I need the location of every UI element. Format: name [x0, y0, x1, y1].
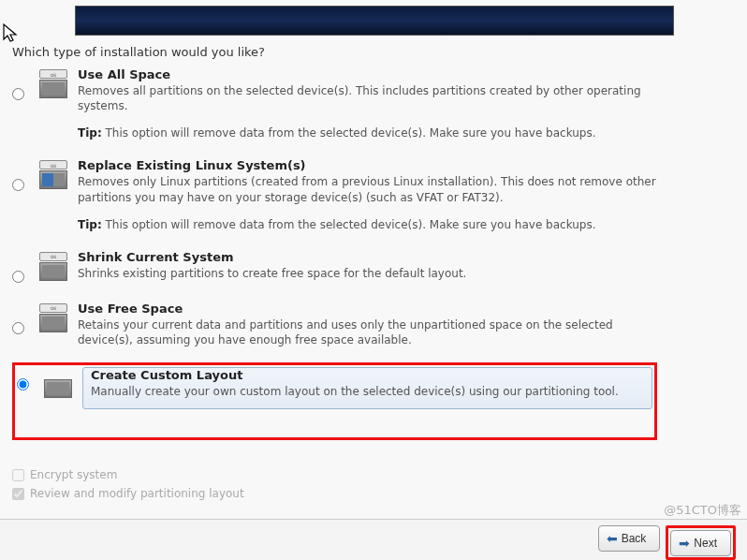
option-desc: Manually create your own custom layout o… [91, 384, 644, 399]
option-title: Create Custom Layout [91, 368, 644, 382]
option-title: Use All Space [78, 67, 657, 81]
next-button-label: Next [694, 537, 717, 550]
option-use-all-space[interactable]: os Use All Space Removes all partitions … [12, 62, 657, 153]
highlight-custom-layout: ? Create Custom Layout Manually create y… [12, 362, 657, 440]
watermark: @51CTO博客 [664, 502, 741, 519]
installation-options: os Use All Space Removes all partitions … [12, 62, 657, 440]
option-tip: Tip: This option will remove data from t… [78, 126, 657, 140]
encrypt-system-row[interactable]: Encrypt system [12, 468, 244, 481]
back-button[interactable]: ⬅ Back [598, 525, 661, 552]
highlight-next-button: ➡ Next [666, 525, 736, 560]
option-desc: Removes all partitions on the selected d… [78, 83, 657, 113]
review-partitioning-checkbox[interactable] [12, 488, 24, 500]
encrypt-system-label: Encrypt system [30, 468, 117, 481]
disk-full-icon: os [39, 69, 67, 98]
option-use-free-space[interactable]: os Use Free Space Retains your current d… [12, 296, 657, 361]
review-partitioning-label: Review and modify partitioning layout [30, 487, 244, 500]
option-tip: Tip: This option will remove data from t… [78, 218, 657, 231]
option-desc: Retains your current data and partitions… [78, 317, 657, 347]
disk-split-icon: os [39, 160, 67, 189]
page-heading: Which type of installation would you lik… [12, 45, 265, 59]
radio-replace-linux[interactable] [12, 179, 24, 191]
radio-shrink-current[interactable] [12, 271, 24, 283]
bottom-checkboxes: Encrypt system Review and modify partiti… [12, 468, 244, 506]
radio-custom-layout[interactable] [17, 378, 29, 391]
option-title: Replace Existing Linux System(s) [78, 158, 657, 172]
option-title: Shrink Current System [78, 250, 657, 264]
encrypt-system-checkbox[interactable] [12, 469, 24, 481]
radio-use-free-space[interactable] [12, 322, 24, 334]
radio-use-all-space[interactable] [12, 88, 24, 100]
option-desc: Removes only Linux partitions (created f… [78, 174, 657, 204]
arrow-left-icon: ⬅ [607, 531, 618, 546]
arrow-right-icon: ➡ [679, 536, 690, 551]
disk-shrink-icon: os ⇐ [39, 252, 67, 281]
disk-free-icon: os [39, 303, 67, 332]
option-replace-linux[interactable]: os Replace Existing Linux System(s) Remo… [12, 153, 657, 243]
header-banner [75, 6, 674, 36]
option-shrink-current[interactable]: os ⇐ Shrink Current System Shrinks exist… [12, 244, 657, 296]
option-desc: Shrinks existing partitions to create fr… [78, 266, 657, 281]
back-button-label: Back [622, 532, 647, 545]
footer-bar: ⬅ Back ➡ Next [0, 519, 747, 560]
review-partitioning-row[interactable]: Review and modify partitioning layout [12, 487, 244, 500]
option-title: Use Free Space [78, 302, 657, 316]
disk-custom-icon: ? [44, 369, 72, 398]
next-button[interactable]: ➡ Next [670, 530, 731, 556]
option-custom-layout[interactable]: ? Create Custom Layout Manually create y… [17, 367, 652, 409]
